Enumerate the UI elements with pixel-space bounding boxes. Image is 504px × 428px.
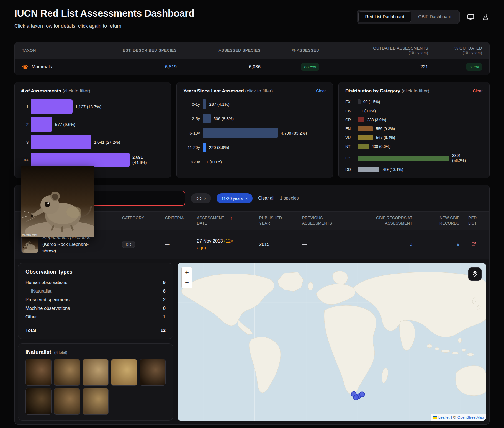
monitor-icon bbox=[467, 13, 474, 21]
bar-row-3[interactable]: 31,641 (27.2%) bbox=[21, 135, 164, 149]
bar-value-label: 567 (9.4%) bbox=[376, 135, 395, 140]
column-header-assessed-species: ASSESSED SPECIES bbox=[177, 48, 261, 53]
bar-value-label: 1,127 (18.7%) bbox=[75, 104, 101, 110]
tab-red-list-dashboard[interactable]: Red List Dashboard bbox=[358, 11, 411, 22]
est-described-species-link[interactable]: 6,819 bbox=[165, 64, 177, 69]
column-header-criteria[interactable]: CRITERIA bbox=[162, 215, 194, 221]
bar-nt[interactable] bbox=[358, 144, 369, 149]
bar-row-vu[interactable]: VU567 (9.4%) bbox=[345, 135, 483, 140]
bar-row-2-5y[interactable]: 2-5y506 (8.8%) bbox=[183, 114, 326, 123]
bar-category-label: EX bbox=[345, 100, 355, 104]
bar-row-ew[interactable]: EW1 (0.0%) bbox=[345, 109, 483, 114]
filter-chip-dd[interactable]: DD × bbox=[191, 193, 211, 203]
column-header-new-gbif-records[interactable]: NEW GBIF RECORDS bbox=[418, 215, 466, 226]
assessments-count-bars: 11,127 (18.7%)2577 (9.6%)31,641 (27.2%)4… bbox=[21, 99, 164, 167]
openstreetmap-link[interactable]: OpenStreetMap bbox=[457, 415, 484, 419]
column-header-pct-outdated: % OUTDATED (10+ years) bbox=[428, 46, 482, 55]
bar-row-nt[interactable]: NT400 (6.6%) bbox=[345, 144, 483, 149]
assessed-species-cell: 6,036 bbox=[177, 64, 261, 70]
map-zoom-control: + − bbox=[181, 267, 192, 288]
bar-0-1y[interactable] bbox=[203, 99, 206, 109]
bar-category-label: CR bbox=[345, 118, 355, 122]
experiment-button[interactable] bbox=[482, 13, 490, 21]
red-list-external-link[interactable] bbox=[471, 241, 477, 247]
bar-row-2[interactable]: 2577 (9.6%) bbox=[21, 117, 164, 132]
page-header-right: Red List Dashboard GBIF Dashboard bbox=[357, 10, 490, 24]
remove-years-filter-icon[interactable]: × bbox=[246, 196, 248, 201]
bar-category-label: EW bbox=[345, 109, 355, 113]
bar-ex[interactable] bbox=[358, 99, 361, 104]
zoom-in-button[interactable]: + bbox=[182, 267, 192, 278]
bar-row-en[interactable]: EN559 (9.3%) bbox=[345, 126, 483, 131]
column-header-assessment-date[interactable]: ASSESSMENT DATE ↑ bbox=[194, 215, 256, 226]
published-year-cell: 2015 bbox=[256, 242, 299, 247]
bar-row-lc[interactable]: LC3391 (56.2%) bbox=[345, 153, 483, 163]
bar-row-ex[interactable]: EX90 (1.5%) bbox=[345, 99, 483, 104]
new-gbif-records-cell: 9 bbox=[418, 242, 466, 247]
filter-chip-11-20-years[interactable]: 11-20 years × bbox=[217, 193, 253, 203]
remove-dd-filter-icon[interactable]: × bbox=[204, 196, 207, 201]
clear-category-filter-button[interactable]: Clear bbox=[473, 88, 483, 93]
observation-marker-4[interactable] bbox=[353, 395, 358, 400]
bar-cr[interactable] bbox=[358, 117, 364, 122]
photo-credit: (gacapix.com) bbox=[22, 234, 37, 236]
bar-row-1[interactable]: 11,127 (18.7%) bbox=[21, 99, 164, 114]
category-distribution-bars: EX90 (1.5%)EW1 (0.0%)CR238 (3.9%)EN559 (… bbox=[345, 99, 483, 172]
inaturalist-photo-7[interactable] bbox=[54, 388, 80, 415]
bar-en[interactable] bbox=[358, 126, 373, 131]
column-header-pct-assessed: % ASSESSED bbox=[261, 48, 319, 53]
bar-row--20y[interactable]: >20y1 (0.0%) bbox=[183, 157, 326, 166]
inaturalist-photo-3[interactable] bbox=[83, 359, 109, 386]
dashboard-toggle: Red List Dashboard GBIF Dashboard bbox=[357, 10, 460, 24]
inaturalist-photo-4[interactable] bbox=[111, 359, 137, 386]
clear-all-filters-link[interactable]: Clear all bbox=[258, 196, 274, 201]
column-header-previous-assessments[interactable]: PREVIOUS ASSESSMENTS bbox=[299, 215, 358, 226]
column-header-category[interactable]: CATEGORY bbox=[119, 215, 162, 221]
leaflet-link[interactable]: Leaflet bbox=[438, 415, 450, 419]
inaturalist-photo-5[interactable] bbox=[140, 359, 166, 386]
bar-row-dd[interactable]: DD789 (13.1%) bbox=[345, 167, 483, 172]
bar-value-label: 577 (9.6%) bbox=[55, 122, 75, 127]
display-button[interactable] bbox=[466, 13, 475, 21]
bar-row-6-10y[interactable]: 6-10y4,790 (83.2%) bbox=[183, 128, 326, 138]
bar-2[interactable] bbox=[31, 117, 52, 132]
bar-3[interactable] bbox=[31, 135, 91, 149]
taxon-summary-panel: TAXON EST. DESCRIBED SPECIES ASSESSED SP… bbox=[14, 42, 490, 75]
bar-lc[interactable] bbox=[358, 156, 449, 161]
obs-total-row: Total12 bbox=[25, 324, 166, 333]
bar-dd[interactable] bbox=[358, 167, 379, 172]
bar-vu[interactable] bbox=[358, 135, 373, 140]
bar-row-4-[interactable]: 4+2,691 (44.6%) bbox=[21, 153, 164, 167]
bar-11-20y[interactable] bbox=[203, 143, 206, 152]
bar-4-[interactable] bbox=[31, 153, 130, 167]
inaturalist-photo-8[interactable] bbox=[83, 388, 109, 415]
bar--20y[interactable] bbox=[203, 157, 203, 166]
previous-assessments-cell: — bbox=[299, 242, 358, 247]
bar-2-5y[interactable] bbox=[203, 114, 211, 123]
inaturalist-photo-6[interactable] bbox=[25, 388, 52, 415]
inaturalist-photo-grid bbox=[25, 359, 166, 415]
new-gbif-records-link[interactable]: 9 bbox=[457, 242, 459, 247]
tab-gbif-dashboard[interactable]: GBIF Dashboard bbox=[411, 11, 458, 22]
column-header-gbif-records-at-assessment[interactable]: GBIF RECORDS AT ASSESSMENT bbox=[358, 215, 418, 226]
gbif-records-at-assessment-link[interactable]: 3 bbox=[410, 242, 412, 247]
inaturalist-photo-2[interactable] bbox=[54, 359, 80, 386]
species-photo-small bbox=[22, 236, 38, 253]
taxon-row-mammals[interactable]: Mammals 6,819 6,036 88.5% 221 3.7% bbox=[15, 59, 489, 75]
clear-years-filter-button[interactable]: Clear bbox=[316, 88, 326, 93]
bar-row-11-20y[interactable]: 11-20y220 (3.8%) bbox=[183, 143, 326, 152]
bar-row-0-1y[interactable]: 0-1y237 (4.1%) bbox=[183, 99, 326, 109]
locate-button[interactable] bbox=[468, 267, 482, 281]
years-since-assessed-bars: 0-1y237 (4.1%)2-5y506 (8.8%)6-10y4,790 (… bbox=[183, 99, 326, 166]
assessment-date: 27 Nov 2013 bbox=[197, 238, 223, 243]
bar-6-10y[interactable] bbox=[203, 128, 278, 138]
column-header-published-year[interactable]: PUBLISHED YEAR bbox=[256, 215, 299, 226]
observation-marker-3[interactable] bbox=[360, 392, 365, 397]
zoom-out-button[interactable]: − bbox=[182, 278, 192, 288]
bar-ew[interactable] bbox=[358, 109, 358, 114]
map-panel[interactable]: + − Leaflet | © OpenStreetMap bbox=[178, 263, 486, 421]
species-thumbnail[interactable] bbox=[21, 236, 38, 253]
inaturalist-photo-1[interactable] bbox=[25, 359, 52, 386]
bar-row-cr[interactable]: CR238 (3.9%) bbox=[345, 117, 483, 122]
bar-1[interactable] bbox=[31, 99, 73, 114]
